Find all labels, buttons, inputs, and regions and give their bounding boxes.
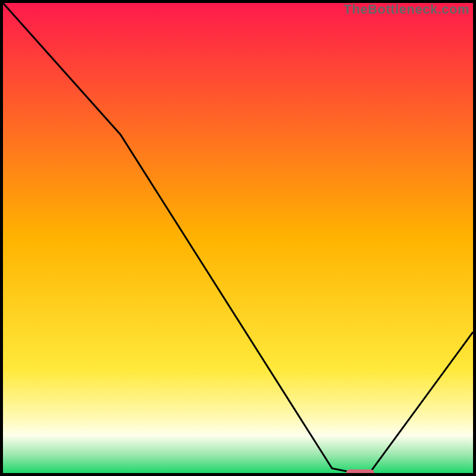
bottleneck-curve [3,3,473,473]
optimal-marker [346,469,374,473]
watermark-label: TheBottleneck.com [344,2,469,17]
chart-frame: TheBottleneck.com [0,0,476,476]
chart-overlay [3,3,473,473]
